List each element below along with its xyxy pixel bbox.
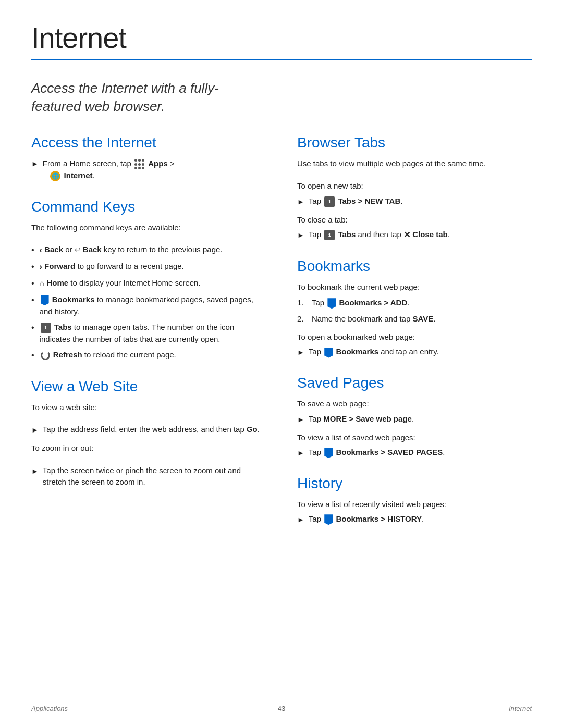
arrow-icon-zoom: ► — [31, 466, 39, 477]
right-column: Browser Tabs Use tabs to view multiple w… — [297, 134, 532, 542]
section-bookmarks: Bookmarks To bookmark the current web pa… — [297, 258, 532, 359]
page-title: Internet — [31, 21, 532, 55]
two-column-layout: Access the Internet ► From a Home screen… — [31, 134, 532, 542]
saved-pages-view-text: Tap Bookmarks > SAVED PAGES. — [309, 447, 445, 459]
view-web-site-text-2: Tap the screen twice or pinch the screen… — [43, 465, 266, 488]
internet-icon: 🌐 — [50, 171, 60, 181]
saved-pages-title: Saved Pages — [297, 375, 532, 391]
bookmark-step-1-text: Tap Bookmarks > ADD. — [312, 297, 409, 309]
history-bullet: ► Tap Bookmarks > HISTORY. — [297, 513, 532, 525]
bookmarks-icon — [41, 295, 49, 305]
command-home-text: ⌂ Home to display your Internet Home scr… — [40, 277, 201, 290]
bookmarks-open-bullet: ► Tap Bookmarks and tap an entry. — [297, 346, 532, 358]
view-web-site-bullet-2: ► Tap the screen twice or pinch the scre… — [31, 465, 266, 488]
section-view-web-site: View a Web Site To view a web site: ► Ta… — [31, 378, 266, 488]
command-bookmarks-text: Bookmarks to manage bookmarked pages, sa… — [40, 294, 266, 317]
home-icon: ⌂ — [40, 277, 45, 290]
bookmark-step-2-text: Name the bookmark and tap SAVE. — [312, 313, 435, 325]
command-back-text: ‹ Back or ↩ Back key to return to the pr… — [40, 244, 223, 256]
footer-right: Internet — [509, 705, 532, 712]
x-icon: ✕ — [403, 230, 410, 239]
browser-tabs-close-text: Tap 1 Tabs and then tap ✕ Close tab. — [309, 229, 450, 241]
intro-text: Access the Internet with a fully-feature… — [31, 79, 250, 116]
page: Internet Access the Internet with a full… — [0, 0, 563, 728]
step-num-2: 2. — [297, 313, 312, 325]
view-web-site-zoom-intro: To zoom in or out: — [31, 442, 266, 454]
command-home: • ⌂ Home to display your Internet Home s… — [31, 277, 266, 290]
arrow-icon-history: ► — [297, 514, 304, 525]
arrow-icon-save: ► — [297, 414, 304, 425]
chevron-left-icon: ‹ — [40, 245, 42, 254]
arrow-icon-close-tab: ► — [297, 230, 304, 241]
footer-left: Applications — [31, 705, 68, 712]
section-browser-tabs: Browser Tabs Use tabs to view multiple w… — [297, 134, 532, 241]
access-internet-title: Access the Internet — [31, 134, 266, 151]
left-column: Access the Internet ► From a Home screen… — [31, 134, 266, 542]
arrow-icon: ► — [31, 158, 39, 169]
arrow-icon-saved-pages: ► — [297, 448, 304, 459]
arrow-icon-new-tab: ► — [297, 196, 304, 207]
section-saved-pages: Saved Pages To save a web page: ► Tap MO… — [297, 375, 532, 459]
command-forward: • › Forward to go forward to a recent pa… — [31, 261, 266, 273]
history-text: Tap Bookmarks > HISTORY. — [309, 513, 424, 525]
dot-icon-4: • — [31, 294, 34, 306]
command-bookmarks: • Bookmarks to manage bookmarked pages, … — [31, 294, 266, 317]
apps-icon — [134, 159, 145, 169]
tabs-icon: 1 — [41, 323, 51, 333]
bookmark-step-2: 2. Name the bookmark and tap SAVE. — [297, 313, 532, 325]
history-intro: To view a list of recently visited web p… — [297, 498, 532, 510]
apps-label: Apps — [148, 159, 168, 168]
arrow-icon-view: ► — [31, 425, 39, 436]
saved-pages-save-intro: To save a web page: — [297, 398, 532, 410]
command-keys-title: Command Keys — [31, 199, 266, 215]
view-web-site-intro: To view a web site: — [31, 401, 266, 413]
view-web-site-bullet-1: ► Tap the address field, enter the web a… — [31, 424, 266, 436]
dot-icon-5: • — [31, 322, 34, 334]
browser-tabs-close-intro: To close a tab: — [297, 214, 532, 226]
access-internet-bullet: ► From a Home screen, tap — [31, 157, 266, 182]
dot-icon: • — [31, 244, 34, 256]
section-history: History To view a list of recently visit… — [297, 475, 532, 525]
dot-icon-2: • — [31, 261, 34, 273]
access-internet-text: From a Home screen, tap App — [43, 157, 175, 182]
tabs-icon-3: 1 — [324, 230, 335, 240]
command-refresh-text: Refresh to reload the current page. — [40, 349, 176, 361]
title-divider — [31, 59, 532, 60]
bookmarks-icon-5 — [324, 514, 333, 525]
bookmarks-current-intro: To bookmark the current web page: — [297, 281, 532, 293]
command-forward-text: › Forward to go forward to a recent page… — [40, 261, 184, 273]
bookmark-step-1: 1. Tap Bookmarks > ADD. — [297, 297, 532, 309]
saved-pages-view-bullet: ► Tap Bookmarks > SAVED PAGES. — [297, 447, 532, 459]
command-refresh: • Refresh to reload the current page. — [31, 349, 266, 362]
browser-tabs-intro: Use tabs to view multiple web pages at t… — [297, 157, 532, 169]
bookmarks-icon-3 — [324, 348, 333, 358]
history-title: History — [297, 475, 532, 492]
bookmarks-open-text: Tap Bookmarks and tap an entry. — [309, 346, 439, 358]
dot-icon-6: • — [31, 349, 34, 362]
bookmarks-icon-2 — [327, 298, 336, 309]
saved-pages-save-bullet: ► Tap MORE > Save web page. — [297, 413, 532, 425]
saved-pages-view-intro: To view a list of saved web pages: — [297, 431, 532, 443]
internet-label: Internet — [64, 171, 93, 180]
bookmarks-title: Bookmarks — [297, 258, 532, 275]
dot-icon-3: • — [31, 277, 34, 290]
browser-tabs-open-bullet: ► Tap 1 Tabs > NEW TAB. — [297, 195, 532, 207]
command-tabs-text: 1 Tabs to manage open tabs. The number o… — [40, 322, 266, 345]
arrow-icon-bookmark: ► — [297, 347, 304, 358]
saved-pages-save-text: Tap MORE > Save web page. — [309, 413, 414, 425]
browser-tabs-close-bullet: ► Tap 1 Tabs and then tap ✕ Close tab. — [297, 229, 532, 241]
view-web-site-title: View a Web Site — [31, 378, 266, 395]
section-command-keys: Command Keys The following command keys … — [31, 199, 266, 362]
command-back: • ‹ Back or ↩ Back key to return to the … — [31, 244, 266, 256]
chevron-right-icon: › — [40, 262, 42, 271]
browser-tabs-open-intro: To open a new tab: — [297, 180, 532, 192]
refresh-icon — [41, 351, 50, 360]
tabs-icon-2: 1 — [324, 196, 335, 207]
command-tabs: • 1 Tabs to manage open tabs. The number… — [31, 322, 266, 345]
back-arrow-icon: ↩ — [75, 244, 81, 255]
step-num-1: 1. — [297, 297, 312, 309]
footer-center: 43 — [278, 705, 285, 712]
bookmarks-open-intro: To open a bookmarked web page: — [297, 331, 532, 343]
command-keys-intro: The following command keys are available… — [31, 221, 266, 233]
bookmarks-icon-4 — [324, 448, 333, 458]
